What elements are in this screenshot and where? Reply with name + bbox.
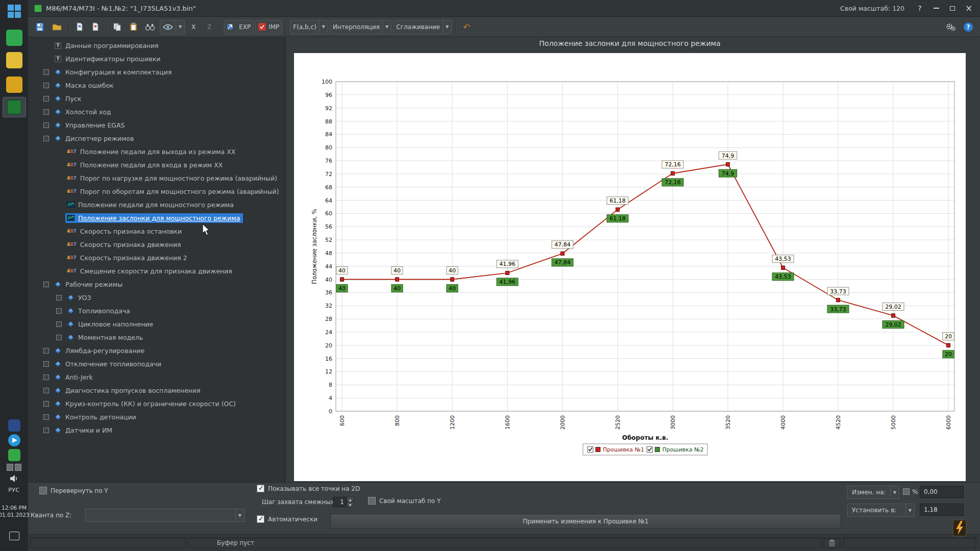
paste-button[interactable] xyxy=(126,20,140,34)
quanta-z-dropdown[interactable]: ▼ xyxy=(85,509,244,522)
clear-x-button[interactable]: X xyxy=(186,20,201,34)
tree-item[interactable]: Управление EGAS xyxy=(28,118,285,132)
tree-item[interactable]: 487Положение педали для выхода из режима… xyxy=(28,145,285,158)
settings-button[interactable] xyxy=(943,20,959,34)
z-button[interactable]: Z xyxy=(202,20,216,34)
firmware-2-button[interactable] xyxy=(88,20,103,34)
chevron-down-icon[interactable]: ▼ xyxy=(905,504,914,516)
expand-box[interactable] xyxy=(43,388,49,393)
expand-box[interactable] xyxy=(43,122,49,128)
chevron-down-icon[interactable]: ▼ xyxy=(176,20,182,34)
chart-point[interactable] xyxy=(781,266,785,269)
tree-item[interactable]: Рабочие режимы xyxy=(28,278,285,291)
chevron-down-icon[interactable]: ▼ xyxy=(443,20,449,34)
chart-point[interactable] xyxy=(561,252,565,255)
taskbar-app-icon[interactable] xyxy=(6,52,22,68)
tree-item[interactable]: Холостой ход xyxy=(28,105,285,118)
tree-item[interactable]: 487Скорость признака движения xyxy=(28,238,285,251)
open-button[interactable] xyxy=(49,20,65,34)
capture-step-value[interactable]: 1 xyxy=(333,497,347,507)
tree-item[interactable]: 487Порог по нагрузке для мощностного реж… xyxy=(28,171,285,185)
tray-icon-pair[interactable] xyxy=(7,463,22,471)
checkbox-icon[interactable] xyxy=(257,515,264,523)
clear-buffer-button[interactable] xyxy=(823,537,841,548)
expand-box[interactable] xyxy=(43,361,49,367)
chevron-down-icon[interactable]: ▼ xyxy=(319,20,325,34)
expand-box[interactable] xyxy=(43,109,49,115)
lightning-icon[interactable] xyxy=(952,519,967,537)
tree-item[interactable]: Диспетчер режимов xyxy=(28,132,285,145)
set-to-dropdown[interactable]: Установить в: ▼ xyxy=(847,504,915,517)
chart-point[interactable] xyxy=(396,278,399,281)
change-by-value-input[interactable]: 0,00 xyxy=(920,486,964,498)
tree-item[interactable]: Отключение топливоподачи xyxy=(28,357,285,370)
copy-button[interactable] xyxy=(110,20,125,34)
chart-point[interactable] xyxy=(451,278,454,281)
chart-point[interactable] xyxy=(837,298,840,302)
chart-point[interactable] xyxy=(947,343,950,347)
chart-point[interactable] xyxy=(671,171,675,175)
notifications-icon[interactable] xyxy=(9,532,19,540)
show-all-points-checkbox[interactable]: Показывать все точки на 2D xyxy=(257,485,360,492)
tree-item[interactable]: Контроль детонации xyxy=(28,410,285,423)
flip-y-checkbox[interactable]: Перевернуть по Y xyxy=(39,487,108,494)
smoothing-dropdown[interactable]: Сглаживание ▼ xyxy=(393,20,452,34)
minimize-button[interactable] xyxy=(928,2,944,14)
chart-point[interactable] xyxy=(340,278,344,281)
tree-item[interactable]: 487Скорость признака движения 2 xyxy=(28,251,285,264)
chart-point[interactable] xyxy=(726,163,730,166)
tree-item[interactable]: TИдентификаторы прошивки xyxy=(28,52,285,65)
interpolation-dropdown[interactable]: Интерполяция ▼ xyxy=(330,20,391,34)
tree-item[interactable]: Моментная модель xyxy=(28,331,285,344)
chart-point[interactable] xyxy=(506,271,509,274)
tree-item[interactable]: Конфигурация и комплектация xyxy=(28,65,285,79)
spinner-up-icon[interactable]: ▲ xyxy=(347,497,354,502)
tree-item[interactable]: Anti-Jerk xyxy=(28,370,285,384)
start-button[interactable] xyxy=(7,4,22,19)
tree-item[interactable]: 487Положение педали для входа в режим ХХ xyxy=(28,158,285,171)
expand-box[interactable] xyxy=(43,136,49,141)
expand-box[interactable] xyxy=(43,414,49,420)
maximize-button[interactable] xyxy=(944,2,961,14)
formula-button[interactable]: F(a,b,c) ▼ xyxy=(290,20,328,34)
save-button[interactable] xyxy=(32,20,47,34)
expand-box[interactable] xyxy=(56,321,62,327)
expand-box[interactable] xyxy=(56,308,62,314)
checkbox-icon[interactable] xyxy=(368,497,376,505)
tree-item[interactable]: Положение заслонки для мощностного режим… xyxy=(28,211,285,224)
tree-item[interactable]: УОЗ xyxy=(28,291,285,304)
tree-item[interactable]: Круиз-контроль (КК) и ограничение скорос… xyxy=(28,397,285,410)
expand-box[interactable] xyxy=(43,428,49,433)
checkbox-icon[interactable] xyxy=(257,485,264,492)
import-button[interactable]: IMP xyxy=(255,20,282,34)
tree-item[interactable]: Лямбда-регулирование xyxy=(28,344,285,357)
change-by-dropdown[interactable]: Измен. на: ▼ xyxy=(847,486,899,499)
tree-item[interactable]: 487Смещение скорости для признака движен… xyxy=(28,264,285,278)
expand-box[interactable] xyxy=(43,401,49,407)
chart-point[interactable] xyxy=(892,314,895,317)
tree-item[interactable]: 487Скорость признака остановки xyxy=(28,224,285,238)
checkbox-icon[interactable] xyxy=(39,487,47,494)
chart-point[interactable] xyxy=(616,208,620,211)
chevron-down-icon[interactable]: ▼ xyxy=(890,486,899,498)
speaker-icon[interactable] xyxy=(10,474,19,483)
tree-item[interactable]: Диагностика пропусков воспламенения xyxy=(28,384,285,397)
percent-checkbox[interactable] xyxy=(903,488,910,495)
tray-icon[interactable] xyxy=(8,449,20,461)
expand-box[interactable] xyxy=(43,374,49,380)
capture-step-spinner[interactable]: 1 ▲▼ xyxy=(333,497,354,507)
expand-box[interactable] xyxy=(56,335,62,340)
spinner-down-icon[interactable]: ▼ xyxy=(347,502,354,507)
apply-changes-button[interactable]: Применить изменения к Прошивке №1 xyxy=(330,514,841,529)
chevron-down-icon[interactable]: ▼ xyxy=(235,509,244,521)
expand-box[interactable] xyxy=(43,69,49,75)
tree-item[interactable]: Топливоподача xyxy=(28,304,285,317)
help-button[interactable]: ? xyxy=(912,2,928,14)
tree-item[interactable]: 487Порог по оборотам для мощностного реж… xyxy=(28,185,285,198)
view-button[interactable]: ▼ xyxy=(160,20,185,34)
expand-box[interactable] xyxy=(56,295,62,300)
tree-item[interactable]: Пуск xyxy=(28,92,285,105)
close-button[interactable]: × xyxy=(961,2,977,14)
tree-item[interactable]: Положение педали для мощностного режима xyxy=(28,198,285,211)
expand-box[interactable] xyxy=(43,96,49,102)
